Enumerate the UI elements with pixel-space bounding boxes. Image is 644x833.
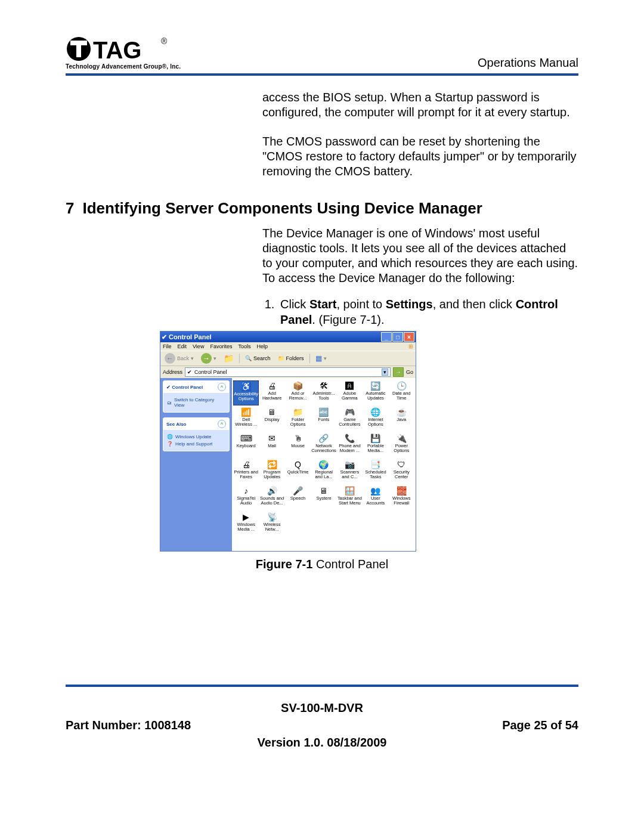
cp-item-label: Automatic Updates: [363, 391, 388, 401]
cp-item-icon: 🛠: [318, 381, 329, 391]
cp-item[interactable]: ▶Windows Media ...: [233, 512, 259, 537]
views-icon: ▦: [315, 354, 322, 363]
cp-item-label: Add Hardware: [259, 391, 284, 401]
footer-version: Version 1.0. 08/18/2009: [66, 736, 578, 750]
views-button[interactable]: ▦ ▾: [314, 354, 329, 363]
cp-item-label: Windows Media ...: [233, 522, 259, 532]
cp-item[interactable]: 🪟Taskbar and Start Menu: [337, 485, 363, 510]
menu-tools[interactable]: Tools: [238, 343, 250, 349]
cp-item[interactable]: 👥User Accounts: [363, 485, 388, 510]
cp-item[interactable]: 💾Portable Media...: [363, 433, 388, 458]
cp-item[interactable]: 🔗Network Connections: [311, 433, 336, 458]
address-field[interactable]: ✔ Control Panel ▾: [185, 367, 391, 377]
cp-item[interactable]: 🕒Date and Time: [389, 380, 414, 405]
cp-item-label: SigmaTel Audio: [233, 496, 259, 506]
cp-item-icon: 🎮: [344, 407, 355, 417]
cp-item[interactable]: 📑Scheduled Tasks: [363, 459, 388, 484]
cp-item[interactable]: 🎤Speech: [285, 485, 311, 510]
cp-item[interactable]: 🌍Regional and La...: [311, 459, 336, 484]
cp-item[interactable]: 🔌Power Options: [389, 433, 414, 458]
collapse-icon[interactable]: ^: [218, 420, 226, 428]
cp-item[interactable]: 🛡Security Center: [389, 459, 414, 484]
cp-item[interactable]: 🖥System: [311, 485, 336, 510]
switch-category-link[interactable]: 🗂Switch to Category View: [167, 397, 225, 408]
cp-item-icon: 🪟: [344, 486, 355, 496]
cp-item[interactable]: 🛠Administr... Tools: [311, 380, 336, 405]
cp-item[interactable]: ⌨Keyboard: [233, 433, 259, 458]
side-panel-control-header[interactable]: ✔ Control Panel ^: [163, 381, 229, 393]
windows-flag-icon: ⊞: [408, 343, 413, 349]
update-icon: 🌐: [167, 434, 173, 439]
cp-item-icon: 🌍: [318, 460, 329, 469]
menu-help[interactable]: Help: [256, 343, 268, 349]
svg-rect-2: [70, 41, 87, 45]
cp-item-icon: ✉: [267, 433, 277, 443]
cp-item[interactable]: 🖨Printers and Faxes: [233, 459, 259, 484]
manual-title: Operations Manual: [478, 56, 578, 70]
cp-item[interactable]: ♿Accessibility Options: [233, 380, 259, 405]
window-title: Control Panel: [169, 333, 212, 340]
cp-item-icon: 🔁: [267, 460, 277, 469]
menu-favorites[interactable]: Favorites: [210, 343, 232, 349]
up-button[interactable]: 📁: [222, 353, 236, 364]
go-button[interactable]: →: [393, 367, 404, 377]
help-support-link[interactable]: ❓Help and Support: [167, 441, 225, 447]
cp-item[interactable]: 🔤Fonts: [311, 407, 336, 432]
footer-rule: [66, 685, 578, 687]
maximize-button[interactable]: □: [392, 332, 403, 342]
cp-item-icon: ♪: [241, 486, 252, 496]
cp-item-label: Power Options: [389, 444, 414, 453]
cp-item-icon: 🛡: [396, 460, 407, 469]
cp-item[interactable]: 🔁Program Updates: [259, 459, 284, 484]
cp-item-label: Windows Firewall: [389, 496, 414, 506]
side-panel-seealso-header[interactable]: See Also ^: [163, 418, 229, 430]
cp-item[interactable]: 🧱Windows Firewall: [389, 485, 414, 510]
cp-item[interactable]: 📁Folder Options: [285, 407, 311, 432]
close-button[interactable]: ×: [404, 332, 414, 342]
cp-item-icon: 🧱: [396, 486, 407, 496]
window-titlebar[interactable]: ✔ Control Panel _ □ ×: [160, 332, 416, 342]
folder-up-icon: 📁: [224, 354, 234, 363]
menu-edit[interactable]: Edit: [178, 343, 187, 349]
cp-item[interactable]: 🅰Adobe Gamma: [337, 380, 363, 405]
collapse-icon[interactable]: ^: [218, 383, 226, 391]
cp-item[interactable]: 🖨Add Hardware: [259, 380, 284, 405]
cp-item[interactable]: 🖱Mouse: [285, 433, 311, 458]
menu-file[interactable]: File: [163, 343, 172, 349]
cp-item-label: Speech: [290, 496, 305, 501]
cp-item[interactable]: ♪SigmaTel Audio: [233, 485, 259, 510]
cp-item[interactable]: ☕Java: [389, 407, 414, 432]
cp-item-icon: 🔤: [318, 407, 329, 417]
search-button[interactable]: 🔍 Search: [243, 355, 273, 362]
cp-item[interactable]: 🔊Sounds and Audio De...: [259, 485, 284, 510]
address-dropdown-icon[interactable]: ▾: [382, 368, 388, 376]
footer-model: SV-100-M-DVR: [66, 701, 578, 715]
side-panel: ✔ Control Panel ^ 🗂Switch to Category Vi…: [160, 378, 232, 551]
menu-bar[interactable]: File Edit View Favorites Tools Help ⊞: [160, 342, 416, 351]
cp-item[interactable]: 🎮Game Controllers: [337, 407, 363, 432]
cp-item-icon: 🔗: [318, 433, 329, 443]
icon-grid: ♿Accessibility Options🖨Add Hardware📦Add …: [232, 378, 416, 551]
cp-item[interactable]: 📦Add or Remov...: [285, 380, 311, 405]
back-button[interactable]: ← Back ▾: [163, 352, 196, 364]
minimize-button[interactable]: _: [381, 332, 392, 342]
cp-item[interactable]: 📷Scanners and C...: [337, 459, 363, 484]
cp-item-label: Taskbar and Start Menu: [337, 496, 363, 506]
cp-item[interactable]: ✉Mail: [259, 433, 284, 458]
cp-item[interactable]: 🖥Display: [259, 407, 284, 432]
cp-item[interactable]: 📞Phone and Modem ...: [337, 433, 363, 458]
cp-item-icon: 📁: [293, 407, 304, 417]
cp-item[interactable]: 📶Dell Wireless ...: [233, 407, 259, 432]
body-para-3: The Device Manager is one of Windows' mo…: [262, 226, 578, 286]
cp-item[interactable]: 📡Wireless Netw...: [259, 512, 284, 537]
folders-button[interactable]: 📁 Folders: [276, 355, 306, 362]
cp-item-label: Regional and La...: [311, 470, 336, 479]
menu-view[interactable]: View: [193, 343, 204, 349]
cp-item-icon: 🖱: [293, 433, 304, 443]
cp-item[interactable]: QQuickTime: [285, 459, 311, 484]
cp-item[interactable]: 🌐Internet Options: [363, 407, 388, 432]
footer-part: Part Number: 1008148: [66, 719, 191, 732]
cp-item[interactable]: 🔄Automatic Updates: [363, 380, 388, 405]
forward-button[interactable]: → ▾: [199, 352, 218, 364]
windows-update-link[interactable]: 🌐Windows Update: [167, 434, 225, 439]
